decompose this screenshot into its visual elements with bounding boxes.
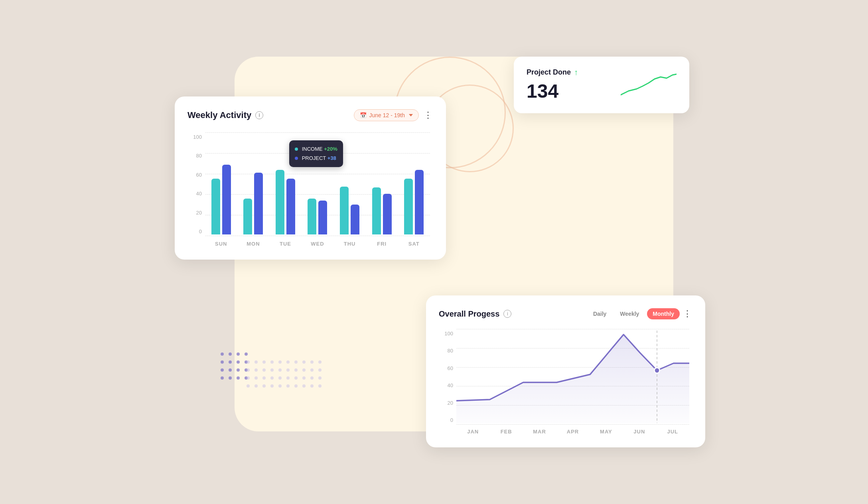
grid-line-0 (205, 236, 430, 236)
chevron-down-icon (409, 114, 413, 116)
bar-group-sun (211, 165, 231, 234)
tab-daily[interactable]: Daily (588, 308, 612, 319)
weekly-bar-chart: INCOME +20% PROJECT +38 100 80 60 40 20 (187, 132, 433, 247)
overall-grid-100 (456, 329, 689, 329)
project-done-mini-chart (621, 71, 677, 99)
x-label-tue: TUE (269, 241, 302, 247)
overall-info-icon[interactable]: i (503, 310, 511, 318)
project-done-card: Project Done ↑ 134 (514, 57, 689, 113)
tooltip-income-label: INCOME (302, 146, 323, 152)
overall-y-labels: 100 80 60 40 20 0 (439, 329, 453, 425)
bar-mon-teal (243, 199, 252, 234)
overall-controls: Daily Weekly Monthly ⋮ (588, 308, 692, 319)
weekly-more-button[interactable]: ⋮ (424, 111, 433, 120)
bar-mon-blue (254, 173, 263, 234)
overall-x-jun: JUN (623, 429, 656, 435)
tab-monthly[interactable]: Monthly (647, 308, 680, 319)
overall-title: Overall Progess (439, 309, 499, 319)
overall-y-100: 100 (439, 331, 453, 337)
bar-tue-teal (276, 170, 284, 234)
overall-x-jul: JUL (656, 429, 689, 435)
bar-sun-teal (211, 179, 220, 234)
x-label-fri: FRI (366, 241, 398, 247)
project-done-number: 134 (527, 80, 578, 102)
overall-y-20: 20 (439, 400, 453, 406)
x-label-sat: SAT (398, 241, 430, 247)
bar-sat-teal (404, 179, 413, 234)
weekly-activity-card: Weekly Activity i 📅 June 12 - 19th ⋮ INC… (175, 96, 446, 260)
overall-left: Overall Progess i (439, 309, 511, 319)
bar-group-mon (243, 173, 263, 234)
tooltip-income-value: +20% (324, 146, 337, 152)
project-done-info: Project Done ↑ 134 (527, 68, 578, 102)
y-label-60: 60 (187, 172, 202, 178)
date-range-text: June 12 - 19th (369, 112, 405, 118)
x-label-sun: SUN (205, 241, 237, 247)
bar-group-wed (308, 199, 327, 234)
project-done-text: Project Done (527, 68, 571, 77)
weekly-title-text: Weekly Activity (187, 110, 251, 120)
tooltip-income-dot (295, 148, 298, 151)
bar-group-thu (340, 187, 359, 234)
overall-x-labels: JAN FEB MAR APR MAY JUN JUL (439, 429, 692, 435)
bar-thu-teal (340, 187, 349, 234)
overall-progress-card: Overall Progess i Daily Weekly Monthly ⋮… (426, 295, 705, 447)
bar-sun-blue (222, 165, 231, 234)
tooltip-project-dot (295, 157, 298, 160)
y-label-100: 100 (187, 134, 202, 140)
weekly-title: Weekly Activity i (187, 110, 263, 120)
overall-x-feb: FEB (489, 429, 523, 435)
weekly-tooltip: INCOME +20% PROJECT +38 (289, 140, 343, 167)
grid-line-100 (205, 132, 430, 133)
bar-tue-blue (286, 179, 295, 234)
overall-y-60: 60 (439, 365, 453, 371)
overall-x-jan: JAN (456, 429, 489, 435)
overall-y-40: 40 (439, 382, 453, 388)
bar-fri-teal (372, 187, 381, 234)
tooltip-project-label: PROJECT (302, 155, 326, 161)
y-label-40: 40 (187, 191, 202, 197)
y-label-0: 0 (187, 228, 202, 234)
overall-grid-0 (456, 424, 689, 425)
trend-up-icon: ↑ (574, 68, 578, 77)
svg-point-1 (654, 368, 659, 373)
line-chart-wrapper: 100 80 60 40 20 0 (439, 329, 692, 425)
overall-header: Overall Progess i Daily Weekly Monthly ⋮ (439, 308, 692, 319)
bar-group-sat (404, 170, 424, 234)
y-label-80: 80 (187, 153, 202, 159)
overall-x-apr: APR (556, 429, 589, 435)
overall-more-button[interactable]: ⋮ (683, 309, 692, 318)
overall-x-may: MAY (590, 429, 623, 435)
project-done-label: Project Done ↑ (527, 68, 578, 77)
tooltip-project-value: +38 (327, 155, 336, 161)
y-label-20: 20 (187, 210, 202, 216)
weekly-info-icon[interactable]: i (255, 111, 263, 119)
tab-weekly[interactable]: Weekly (614, 308, 645, 319)
overall-y-80: 80 (439, 348, 453, 354)
tab-group: Daily Weekly Monthly (588, 308, 680, 319)
x-label-wed: WED (302, 241, 334, 247)
bar-group-tue (276, 170, 295, 234)
y-axis-labels: 100 80 60 40 20 0 (187, 132, 202, 236)
x-label-thu: THU (333, 241, 366, 247)
x-label-mon: MON (237, 241, 270, 247)
overall-svg-chart (456, 331, 689, 423)
bar-group-fri (372, 187, 392, 234)
bar-wed-blue (318, 201, 327, 234)
bar-thu-blue (351, 205, 359, 234)
bar-wed-teal (308, 199, 316, 234)
bar-sat-blue (415, 170, 424, 234)
overall-x-mar: MAR (523, 429, 556, 435)
date-range-badge[interactable]: 📅 June 12 - 19th (354, 109, 419, 121)
bar-fri-blue (383, 194, 392, 234)
overall-line-chart: 100 80 60 40 20 0 (439, 329, 692, 435)
overall-y-0: 0 (439, 417, 453, 423)
x-axis-labels: SUN MON TUE WED THU FRI SAT (187, 241, 433, 247)
dot-grid-lavender (247, 360, 322, 388)
weekly-card-header: Weekly Activity i 📅 June 12 - 19th ⋮ (187, 109, 433, 121)
calendar-icon: 📅 (360, 112, 367, 118)
dot-grid-blue (221, 352, 248, 380)
